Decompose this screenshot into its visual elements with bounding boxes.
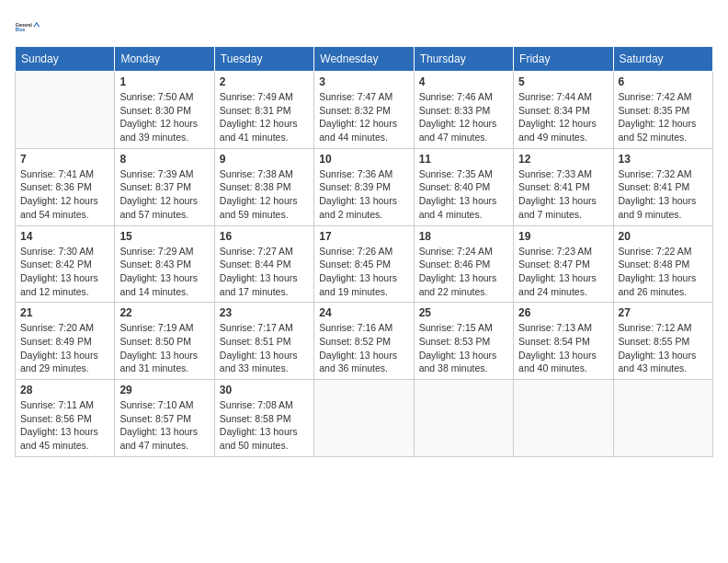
svg-text:General: General: [16, 23, 33, 28]
day-number: 2: [220, 75, 309, 88]
logo: GeneralBlue: [15, 15, 40, 40]
calendar-cell: 18Sunrise: 7:24 AM Sunset: 8:46 PM Dayli…: [414, 225, 513, 303]
day-info: Sunrise: 7:22 AM Sunset: 8:48 PM Dayligh…: [619, 245, 708, 299]
calendar-cell: [314, 380, 414, 457]
calendar-cell: 25Sunrise: 7:15 AM Sunset: 8:53 PM Dayli…: [414, 303, 513, 380]
day-info: Sunrise: 7:29 AM Sunset: 8:43 PM Dayligh…: [119, 245, 209, 299]
day-number: 25: [419, 306, 508, 319]
calendar-cell: 21Sunrise: 7:20 AM Sunset: 8:49 PM Dayli…: [16, 303, 115, 380]
calendar-cell: 27Sunrise: 7:12 AM Sunset: 8:55 PM Dayli…: [613, 303, 712, 380]
day-of-week-header: Wednesday: [314, 47, 414, 72]
day-number: 5: [518, 75, 608, 88]
day-number: 10: [319, 153, 408, 166]
calendar-cell: 23Sunrise: 7:17 AM Sunset: 8:51 PM Dayli…: [214, 303, 313, 380]
calendar-cell: 4Sunrise: 7:46 AM Sunset: 8:33 PM Daylig…: [414, 72, 513, 149]
svg-text:Blue: Blue: [16, 28, 26, 32]
day-number: 18: [419, 230, 508, 243]
day-number: 19: [518, 230, 608, 243]
day-number: 16: [220, 230, 309, 243]
day-of-week-header: Friday: [514, 47, 613, 72]
day-info: Sunrise: 7:46 AM Sunset: 8:33 PM Dayligh…: [419, 90, 508, 144]
day-info: Sunrise: 7:08 AM Sunset: 8:58 PM Dayligh…: [220, 398, 309, 453]
day-info: Sunrise: 7:39 AM Sunset: 8:37 PM Dayligh…: [119, 167, 209, 222]
day-info: Sunrise: 7:27 AM Sunset: 8:44 PM Dayligh…: [220, 245, 309, 299]
logo-icon: GeneralBlue: [15, 15, 40, 40]
calendar-cell: [613, 380, 712, 457]
day-info: Sunrise: 7:15 AM Sunset: 8:53 PM Dayligh…: [419, 321, 508, 375]
calendar-cell: 16Sunrise: 7:27 AM Sunset: 8:44 PM Dayli…: [214, 225, 313, 303]
day-number: 12: [518, 153, 608, 166]
day-number: 27: [619, 306, 708, 319]
calendar-cell: 6Sunrise: 7:42 AM Sunset: 8:35 PM Daylig…: [613, 72, 712, 149]
day-info: Sunrise: 7:12 AM Sunset: 8:55 PM Dayligh…: [619, 321, 708, 375]
day-number: 28: [20, 384, 109, 396]
calendar-cell: 1Sunrise: 7:50 AM Sunset: 8:30 PM Daylig…: [115, 72, 214, 149]
day-info: Sunrise: 7:42 AM Sunset: 8:35 PM Dayligh…: [619, 90, 708, 144]
calendar-cell: 20Sunrise: 7:22 AM Sunset: 8:48 PM Dayli…: [613, 225, 712, 303]
day-info: Sunrise: 7:30 AM Sunset: 8:42 PM Dayligh…: [20, 245, 109, 299]
day-info: Sunrise: 7:23 AM Sunset: 8:47 PM Dayligh…: [518, 245, 608, 299]
calendar-cell: [514, 380, 613, 457]
calendar-cell: 9Sunrise: 7:38 AM Sunset: 8:38 PM Daylig…: [214, 148, 313, 225]
day-number: 29: [119, 384, 209, 396]
day-number: 23: [220, 306, 309, 319]
day-info: Sunrise: 7:24 AM Sunset: 8:46 PM Dayligh…: [419, 245, 508, 299]
day-number: 13: [619, 153, 708, 166]
calendar-cell: 3Sunrise: 7:47 AM Sunset: 8:32 PM Daylig…: [314, 72, 414, 149]
calendar-cell: 19Sunrise: 7:23 AM Sunset: 8:47 PM Dayli…: [514, 225, 613, 303]
calendar-cell: 10Sunrise: 7:36 AM Sunset: 8:39 PM Dayli…: [314, 148, 414, 225]
day-number: 17: [319, 230, 408, 243]
day-info: Sunrise: 7:32 AM Sunset: 8:41 PM Dayligh…: [619, 167, 708, 222]
day-of-week-header: Saturday: [613, 47, 712, 72]
calendar-cell: 29Sunrise: 7:10 AM Sunset: 8:57 PM Dayli…: [115, 380, 214, 457]
day-info: Sunrise: 7:17 AM Sunset: 8:51 PM Dayligh…: [220, 321, 309, 375]
day-number: 8: [119, 153, 209, 166]
day-of-week-header: Monday: [115, 47, 214, 72]
day-info: Sunrise: 7:20 AM Sunset: 8:49 PM Dayligh…: [20, 321, 109, 375]
day-number: 22: [119, 306, 209, 319]
calendar-cell: 2Sunrise: 7:49 AM Sunset: 8:31 PM Daylig…: [214, 72, 313, 149]
day-number: 4: [419, 75, 508, 88]
calendar-cell: 12Sunrise: 7:33 AM Sunset: 8:41 PM Dayli…: [514, 148, 613, 225]
day-number: 7: [20, 153, 109, 166]
day-info: Sunrise: 7:44 AM Sunset: 8:34 PM Dayligh…: [518, 90, 608, 144]
calendar-cell: 22Sunrise: 7:19 AM Sunset: 8:50 PM Dayli…: [115, 303, 214, 380]
day-info: Sunrise: 7:19 AM Sunset: 8:50 PM Dayligh…: [119, 321, 209, 375]
calendar-cell: 28Sunrise: 7:11 AM Sunset: 8:56 PM Dayli…: [16, 380, 115, 457]
calendar-cell: 5Sunrise: 7:44 AM Sunset: 8:34 PM Daylig…: [514, 72, 613, 149]
day-number: 3: [319, 75, 408, 88]
calendar-cell: 8Sunrise: 7:39 AM Sunset: 8:37 PM Daylig…: [115, 148, 214, 225]
day-number: 11: [419, 153, 508, 166]
day-number: 26: [518, 306, 608, 319]
day-info: Sunrise: 7:10 AM Sunset: 8:57 PM Dayligh…: [119, 398, 209, 453]
calendar-cell: 24Sunrise: 7:16 AM Sunset: 8:52 PM Dayli…: [314, 303, 414, 380]
day-number: 6: [619, 75, 708, 88]
day-number: 21: [20, 306, 109, 319]
calendar-table: SundayMondayTuesdayWednesdayThursdayFrid…: [15, 46, 713, 457]
calendar-cell: 17Sunrise: 7:26 AM Sunset: 8:45 PM Dayli…: [314, 225, 414, 303]
day-info: Sunrise: 7:41 AM Sunset: 8:36 PM Dayligh…: [20, 167, 109, 222]
day-info: Sunrise: 7:13 AM Sunset: 8:54 PM Dayligh…: [518, 321, 608, 375]
day-of-week-header: Thursday: [414, 47, 513, 72]
calendar-week-row: 21Sunrise: 7:20 AM Sunset: 8:49 PM Dayli…: [16, 303, 713, 380]
calendar-cell: 30Sunrise: 7:08 AM Sunset: 8:58 PM Dayli…: [214, 380, 313, 457]
calendar-cell: 26Sunrise: 7:13 AM Sunset: 8:54 PM Dayli…: [514, 303, 613, 380]
calendar-week-row: 7Sunrise: 7:41 AM Sunset: 8:36 PM Daylig…: [16, 148, 713, 225]
day-number: 1: [119, 75, 209, 88]
calendar-cell: 15Sunrise: 7:29 AM Sunset: 8:43 PM Dayli…: [115, 225, 214, 303]
day-info: Sunrise: 7:38 AM Sunset: 8:38 PM Dayligh…: [220, 167, 309, 222]
day-number: 9: [220, 153, 309, 166]
calendar-cell: [16, 72, 115, 149]
calendar-week-row: 28Sunrise: 7:11 AM Sunset: 8:56 PM Dayli…: [16, 380, 713, 457]
calendar-week-row: 14Sunrise: 7:30 AM Sunset: 8:42 PM Dayli…: [16, 225, 713, 303]
day-info: Sunrise: 7:33 AM Sunset: 8:41 PM Dayligh…: [518, 167, 608, 222]
calendar-cell: [414, 380, 513, 457]
day-info: Sunrise: 7:50 AM Sunset: 8:30 PM Dayligh…: [119, 90, 209, 144]
calendar-cell: 7Sunrise: 7:41 AM Sunset: 8:36 PM Daylig…: [16, 148, 115, 225]
day-info: Sunrise: 7:49 AM Sunset: 8:31 PM Dayligh…: [220, 90, 309, 144]
day-of-week-header: Sunday: [16, 47, 115, 72]
calendar-cell: 14Sunrise: 7:30 AM Sunset: 8:42 PM Dayli…: [16, 225, 115, 303]
svg-marker-2: [33, 22, 40, 28]
day-info: Sunrise: 7:11 AM Sunset: 8:56 PM Dayligh…: [20, 398, 109, 453]
day-info: Sunrise: 7:35 AM Sunset: 8:40 PM Dayligh…: [419, 167, 508, 222]
